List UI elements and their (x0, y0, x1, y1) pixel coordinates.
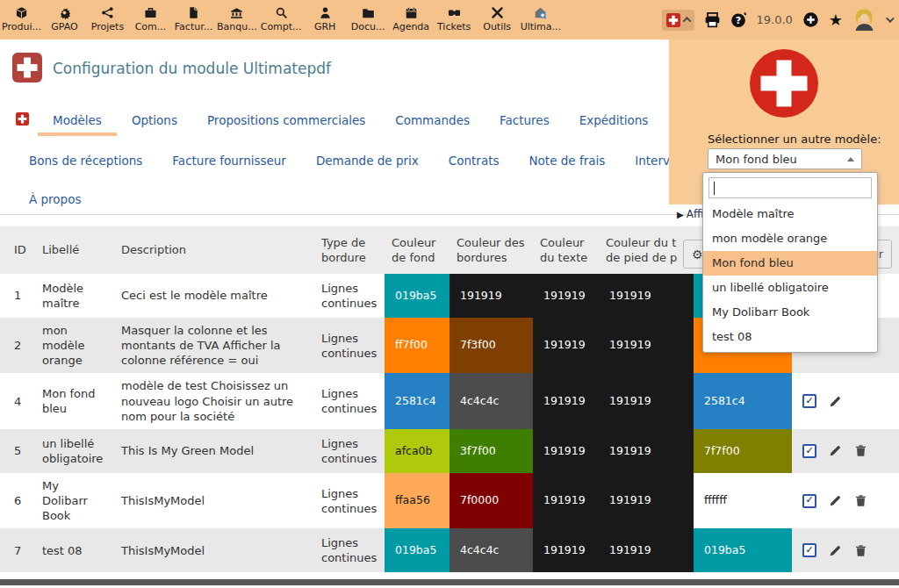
color-swatch-cell: ffaa56 (385, 473, 450, 528)
menu-item-ultima[interactable]: Ultima... (519, 0, 563, 39)
svg-text:?: ? (735, 15, 741, 26)
edit-pencil-icon[interactable] (829, 444, 842, 457)
column-header-couleur-du-t-de-pied-de-p: Couleur du t de pied de p (599, 226, 694, 274)
tab-exp-ditions[interactable]: Expéditions (565, 109, 664, 136)
border-type: Lignes continues (314, 473, 385, 528)
color-hex-value: ffffff (694, 473, 792, 528)
tab-note-de-frais[interactable]: Note de frais (514, 149, 620, 176)
column-header-id: ID (0, 226, 35, 274)
row-select-checkbox[interactable]: ✓ (802, 543, 816, 557)
tab-propos[interactable]: À propos (14, 188, 96, 215)
accounting-icon (275, 6, 288, 19)
row-select-checkbox[interactable]: ✓ (802, 494, 816, 508)
tab-contrats[interactable]: Contrats (434, 149, 514, 176)
color-swatch-cell: 019ba5 (694, 528, 792, 572)
color-swatch-cell: ffffff (694, 473, 792, 528)
color-hex-value: 191919 (450, 274, 533, 318)
dropdown-option-mon-fond-bleu[interactable]: Mon fond bleu (703, 251, 877, 276)
bottom-scrollbar[interactable] (0, 579, 899, 585)
color-swatch-cell: 191919 (599, 373, 694, 428)
agenda-icon (405, 6, 418, 19)
model-label: mon modèle orange (35, 318, 114, 373)
row-id: 7 (0, 528, 35, 572)
active-module-badge[interactable] (662, 10, 694, 31)
tickets-icon (448, 6, 461, 19)
print-icon[interactable] (704, 11, 721, 28)
tab-commandes[interactable]: Commandes (380, 109, 485, 136)
menu-item-projets[interactable]: Projets (86, 0, 129, 39)
border-type: Lignes continues (314, 528, 385, 572)
help-icon[interactable]: ? (730, 11, 747, 28)
row-actions: ✓ (792, 528, 899, 572)
menu-item-com[interactable]: Com... (129, 0, 172, 39)
row-select-checkbox[interactable]: ✓ (802, 394, 816, 408)
edit-pencil-icon[interactable] (829, 544, 842, 557)
border-type: Lignes continues (314, 429, 385, 473)
menu-item-gpao[interactable]: GPAO (43, 0, 86, 39)
row-select-checkbox[interactable]: ✓ (802, 444, 816, 458)
color-hex-value: 191919 (599, 373, 694, 428)
dropdown-option-mon-mod-le-orange[interactable]: mon modèle orange (703, 226, 877, 251)
chevron-down-icon[interactable] (886, 14, 895, 23)
column-header-libell: Libellé (35, 226, 114, 274)
dropdown-search-input[interactable] (708, 177, 872, 198)
model-label: un libellé obligatoire (35, 429, 114, 473)
menu-item-compt[interactable]: Compt... (259, 0, 304, 39)
color-hex-value: 191919 (533, 429, 599, 473)
main-menu: Produi...GPAOProjetsCom...Factur...Banqu… (0, 0, 563, 39)
color-swatch-cell: 3f7f00 (450, 429, 533, 473)
menu-item-grh[interactable]: GRH (304, 0, 347, 39)
model-description: Masquer la colonne et les montants de TV… (114, 318, 314, 373)
table-row: 7test 08ThisIsMyModelLignes continues019… (0, 528, 899, 572)
edit-pencil-icon[interactable] (829, 494, 842, 507)
add-icon[interactable] (802, 11, 819, 28)
row-id: 5 (0, 429, 35, 473)
delete-trash-icon[interactable] (854, 494, 867, 507)
collapse-caret-icon: ▶ (677, 210, 684, 219)
user-avatar[interactable] (852, 8, 876, 32)
menu-item-tickets[interactable]: Tickets (433, 0, 476, 39)
column-header-couleur-des-bordures: Couleur des bordures (450, 226, 533, 274)
color-swatch-cell: 191919 (533, 429, 599, 473)
color-swatch-cell: 019ba5 (385, 528, 450, 572)
dropdown-options: Modèle maîtremon modèle orangeMon fond b… (703, 202, 877, 349)
tab-options[interactable]: Options (117, 109, 192, 136)
menu-item-agenda[interactable]: Agenda (390, 0, 433, 39)
tab-propositions-commerciales[interactable]: Propositions commerciales (192, 109, 380, 136)
dropdown-option-test-08[interactable]: test 08 (703, 325, 877, 349)
model-label: Modèle maître (35, 274, 114, 318)
tab-demande-de-prix[interactable]: Demande de prix (301, 149, 434, 176)
dropdown-option-un-libell-obligatoire[interactable]: un libellé obligatoire (703, 276, 877, 300)
color-swatch-cell: 191919 (599, 318, 694, 373)
model-description: ThisIsMyModel (114, 528, 314, 572)
column-header-couleur-du-texte: Couleur du texte (533, 226, 599, 274)
tab-mod-les[interactable]: Modèles (38, 109, 117, 136)
row-id: 1 (0, 274, 35, 318)
dropdown-option-mod-le-ma-tre[interactable]: Modèle maître (703, 202, 877, 226)
tab-facture-fournisseur[interactable]: Facture fournisseur (157, 149, 301, 176)
delete-trash-icon[interactable] (854, 444, 867, 457)
color-swatch-cell: 4c4c4c (450, 373, 533, 428)
menu-item-outils[interactable]: Outils (476, 0, 519, 39)
model-select[interactable]: Mon fond bleu (708, 148, 862, 169)
tab-factures[interactable]: Factures (485, 109, 565, 136)
mrp-icon (58, 6, 71, 19)
dropdown-option-my-dolibarr-book[interactable]: My Dolibarr Book (703, 300, 877, 325)
color-swatch-cell: 019ba5 (385, 274, 450, 318)
menu-item-factur[interactable]: Factur... (172, 0, 215, 39)
menu-item-docu[interactable]: Docu... (347, 0, 390, 39)
gears-icon: ⚙ (692, 247, 703, 262)
ultimatepdf-logo (12, 53, 42, 82)
caret-up-icon (847, 157, 854, 161)
edit-pencil-icon[interactable] (829, 395, 842, 408)
row-actions: ✓ (792, 473, 899, 528)
delete-trash-icon[interactable] (854, 544, 867, 557)
hrm-icon (319, 6, 332, 19)
color-swatch-cell: 191919 (533, 274, 599, 318)
menu-item-banqu[interactable]: Banqu... (215, 0, 259, 39)
color-swatch-cell: 2581c4 (385, 373, 450, 428)
color-swatch-cell: 191919 (533, 528, 599, 572)
bookmark-star-icon[interactable]: ★ (829, 12, 843, 28)
menu-item-produi[interactable]: Produi... (0, 0, 43, 39)
tab-bons-de-r-ceptions[interactable]: Bons de réceptions (14, 149, 157, 176)
